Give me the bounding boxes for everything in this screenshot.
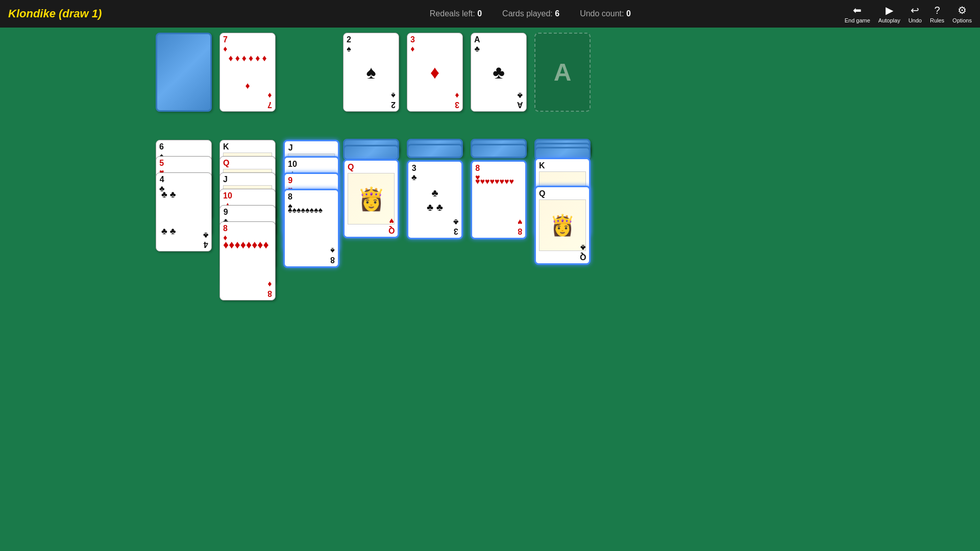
foundation-1-2s[interactable]: 2♠ ♠ 2♠ [343, 33, 399, 112]
tableau-col3-8s[interactable]: 8♠ ♠♠♠♠♠♠♠♠ 8♠ [283, 189, 339, 268]
rules-button[interactable]: ? Rules [930, 5, 944, 23]
rules-icon: ? [934, 5, 940, 16]
tableau-col5-3c[interactable]: 3♣ ♣♣ ♣ 3♣ [407, 160, 463, 239]
undo-button[interactable]: ↩ Undo [909, 4, 922, 23]
tableau-col6-8h[interactable]: 8♥ ♥♥♥♥♥♥♥♥ 8♥ [471, 160, 527, 239]
foundation-3-ac[interactable]: A♣ ♣ A♣ [471, 33, 527, 112]
options-button[interactable]: ⚙ Options [952, 4, 972, 23]
stock-pile[interactable] [156, 33, 212, 112]
foundation-2-3d[interactable]: 3♦ ♦ 3♦ [407, 33, 463, 112]
header-controls: ⬅ End game ▶ Autoplay ↩ Undo ? Rules ⚙ O… [845, 4, 972, 23]
foundation-4-empty[interactable]: A [534, 33, 591, 112]
tableau-col4-back2 [343, 145, 399, 160]
options-icon: ⚙ [958, 4, 967, 16]
tableau-col7-queen[interactable]: Q♣ 👸 Q♣ [534, 186, 591, 265]
tableau-col6-back2 [471, 144, 527, 158]
end-game-button[interactable]: ⬅ End game [845, 4, 870, 23]
tableau-col4-queen-hearts[interactable]: Q♥ 👸 Q♥ [343, 159, 399, 238]
end-game-icon: ⬅ [853, 4, 862, 16]
waste-card-7d[interactable]: 7♦ ♦♦♦ ♦♦♦ ♦ 7♦ [219, 33, 276, 112]
game-title: Klondike (draw 1) [8, 7, 102, 20]
tableau-col5-back2 [407, 144, 463, 158]
cards-played-label: Cards played: 6 [502, 9, 559, 18]
autoplay-button[interactable]: ▶ Autoplay [878, 4, 900, 23]
autoplay-icon: ▶ [886, 4, 893, 16]
header-stats: Redeals left: 0 Cards played: 6 Undo cou… [430, 9, 631, 18]
tableau-col2-8d[interactable]: 8♦ ♦♦♦♦♦♦♦♦ 8♦ [219, 221, 276, 300]
redeals-label: Redeals left: 0 [430, 9, 482, 18]
tableau-col1-card3[interactable]: 4♣ ♣ ♣ ♣ ♣ 4♣ [156, 172, 212, 252]
game-header: Klondike (draw 1) Redeals left: 0 Cards … [0, 0, 980, 28]
game-area: 7♦ ♦♦♦ ♦♦♦ ♦ 7♦ 2♠ ♠ 2♠ 3♦ ♦ 3♦ A♣ [0, 28, 980, 551]
undo-count-label: Undo count: 0 [580, 9, 631, 18]
undo-icon: ↩ [911, 4, 919, 16]
